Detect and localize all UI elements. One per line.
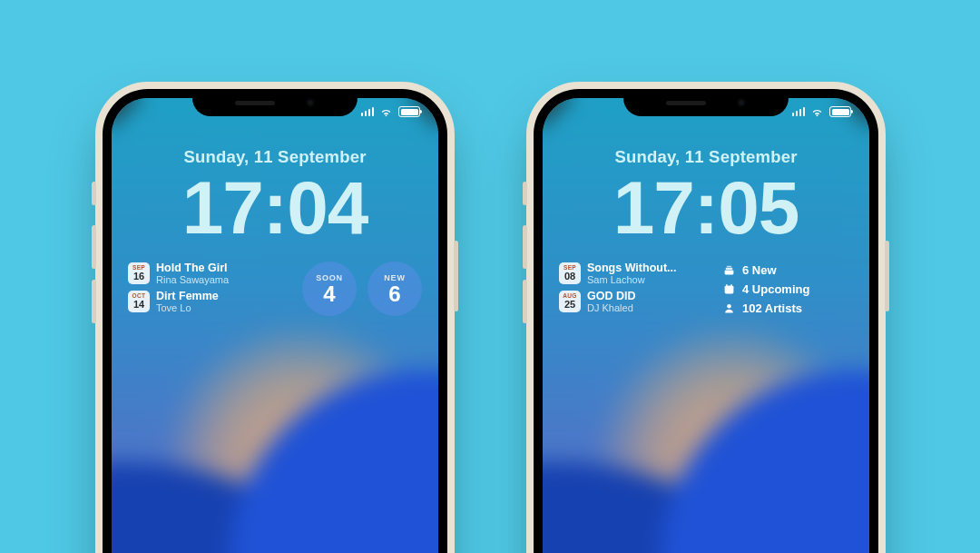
front-camera <box>306 98 315 107</box>
calendar-chip-icon: SEP 16 <box>128 262 150 284</box>
battery-icon <box>398 106 420 117</box>
album-title: Songs Without... <box>587 262 676 274</box>
earpiece-speaker <box>666 101 706 105</box>
notch <box>623 89 789 116</box>
notch <box>192 89 358 116</box>
svg-rect-0 <box>724 271 733 275</box>
svg-rect-6 <box>730 284 731 287</box>
cellular-signal-icon <box>792 107 806 116</box>
lock-time: 17:04 <box>112 171 438 245</box>
calendar-chip-icon: SEP 08 <box>559 262 581 284</box>
album-title: Dirt Femme <box>156 290 219 302</box>
silence-switch[interactable] <box>523 182 527 205</box>
album-item[interactable]: SEP 08 Songs Without... Sam Lachow <box>559 262 713 285</box>
volume-up-button[interactable] <box>523 225 527 269</box>
album-artist: Rina Sawayama <box>156 274 229 285</box>
widget-label: NEW <box>384 273 405 282</box>
wifi-icon <box>379 106 393 117</box>
album-item[interactable]: AUG 25 GOD DID DJ Khaled <box>559 290 713 313</box>
stat-text: 102 Artists <box>742 301 802 315</box>
album-title: GOD DID <box>587 290 635 302</box>
album-item[interactable]: OCT 14 Dirt Femme Tove Lo <box>128 290 282 313</box>
phone-bezel: Sunday, 11 September 17:04 SEP 16 Hold T… <box>103 89 447 553</box>
status-bar <box>361 106 421 117</box>
stats-widget[interactable]: 6 New 4 Upcoming 102 Artis <box>722 262 853 318</box>
volume-down-button[interactable] <box>92 280 96 323</box>
svg-rect-4 <box>724 286 733 289</box>
person-icon <box>722 302 735 315</box>
stat-text: 6 New <box>742 263 777 277</box>
lock-date: Sunday, 11 September <box>112 147 438 167</box>
silence-switch[interactable] <box>92 182 96 205</box>
widget-value: 4 <box>323 283 335 305</box>
calendar-chip-icon: OCT 14 <box>128 291 150 312</box>
stat-text: 4 Upcoming <box>742 282 809 296</box>
front-camera <box>737 98 746 107</box>
soon-count-widget[interactable]: SOON 4 <box>302 262 357 316</box>
lock-screen[interactable]: Sunday, 11 September 17:05 SEP 08 Songs … <box>543 98 869 553</box>
svg-rect-1 <box>725 268 732 270</box>
svg-point-7 <box>727 304 731 309</box>
svg-rect-2 <box>726 266 730 268</box>
lock-widgets: SEP 08 Songs Without... Sam Lachow AUG <box>543 262 869 318</box>
calendar-icon <box>722 283 735 296</box>
power-button[interactable] <box>885 241 889 311</box>
widget-label: SOON <box>316 273 343 282</box>
upcoming-albums-widget[interactable]: SEP 08 Songs Without... Sam Lachow AUG <box>559 262 713 318</box>
phone-mockup-left: Sunday, 11 September 17:04 SEP 16 Hold T… <box>95 82 455 553</box>
upcoming-albums-widget[interactable]: SEP 16 Hold The Girl Rina Sawayama OCT <box>128 262 282 318</box>
battery-icon <box>829 106 851 117</box>
volume-up-button[interactable] <box>92 225 96 269</box>
volume-down-button[interactable] <box>523 280 527 323</box>
stat-upcoming: 4 Upcoming <box>722 282 853 296</box>
new-count-widget[interactable]: NEW 6 <box>368 262 422 316</box>
lock-screen[interactable]: Sunday, 11 September 17:04 SEP 16 Hold T… <box>112 98 438 553</box>
album-artist: Sam Lachow <box>587 274 676 285</box>
svg-rect-5 <box>726 284 727 287</box>
lock-date: Sunday, 11 September <box>543 147 869 167</box>
cellular-signal-icon <box>361 107 375 116</box>
wifi-icon <box>810 106 824 117</box>
calendar-chip-icon: AUG 25 <box>559 291 581 312</box>
stat-new: 6 New <box>722 263 853 277</box>
earpiece-speaker <box>235 101 275 105</box>
status-bar <box>792 106 852 117</box>
stat-artists: 102 Artists <box>722 301 853 315</box>
lock-widgets: SEP 16 Hold The Girl Rina Sawayama OCT <box>112 262 438 318</box>
stack-icon <box>722 264 735 277</box>
album-artist: DJ Khaled <box>587 302 635 313</box>
phone-mockup-right: Sunday, 11 September 17:05 SEP 08 Songs … <box>526 82 886 553</box>
power-button[interactable] <box>454 241 458 311</box>
lock-time: 17:05 <box>543 171 869 245</box>
phone-bezel: Sunday, 11 September 17:05 SEP 08 Songs … <box>534 89 878 553</box>
album-artist: Tove Lo <box>156 302 219 313</box>
album-item[interactable]: SEP 16 Hold The Girl Rina Sawayama <box>128 262 282 285</box>
album-title: Hold The Girl <box>156 262 229 274</box>
widget-value: 6 <box>388 283 400 305</box>
